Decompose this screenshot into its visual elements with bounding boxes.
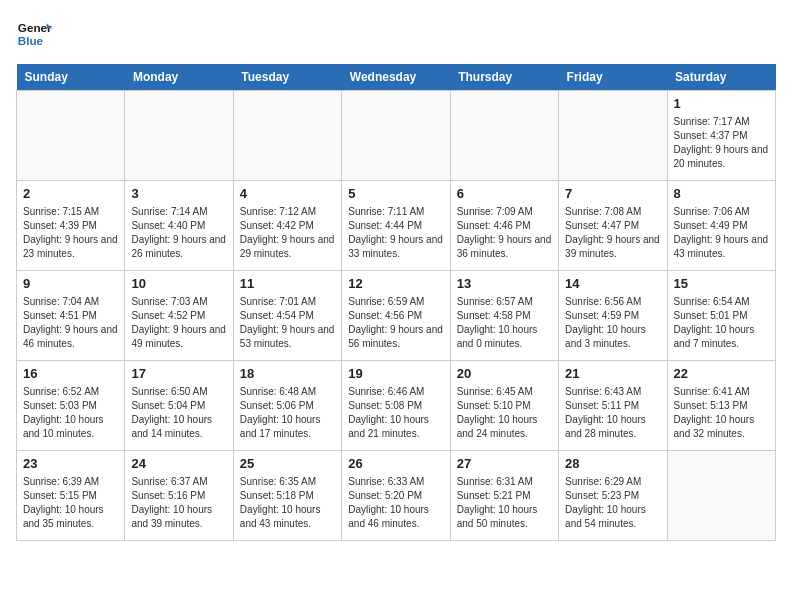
day-info: Sunrise: 6:31 AM Sunset: 5:21 PM Dayligh… xyxy=(457,475,552,531)
calendar-day-cell: 10Sunrise: 7:03 AM Sunset: 4:52 PM Dayli… xyxy=(125,271,233,361)
day-info: Sunrise: 7:03 AM Sunset: 4:52 PM Dayligh… xyxy=(131,295,226,351)
calendar-day-cell: 15Sunrise: 6:54 AM Sunset: 5:01 PM Dayli… xyxy=(667,271,775,361)
calendar-day-cell: 20Sunrise: 6:45 AM Sunset: 5:10 PM Dayli… xyxy=(450,361,558,451)
calendar-day-cell: 18Sunrise: 6:48 AM Sunset: 5:06 PM Dayli… xyxy=(233,361,341,451)
calendar-week-row: 9Sunrise: 7:04 AM Sunset: 4:51 PM Daylig… xyxy=(17,271,776,361)
day-info: Sunrise: 6:46 AM Sunset: 5:08 PM Dayligh… xyxy=(348,385,443,441)
calendar-day-cell: 7Sunrise: 7:08 AM Sunset: 4:47 PM Daylig… xyxy=(559,181,667,271)
day-info: Sunrise: 7:06 AM Sunset: 4:49 PM Dayligh… xyxy=(674,205,769,261)
day-number: 9 xyxy=(23,275,118,293)
calendar-week-row: 1Sunrise: 7:17 AM Sunset: 4:37 PM Daylig… xyxy=(17,91,776,181)
day-number: 12 xyxy=(348,275,443,293)
calendar-day-cell: 24Sunrise: 6:37 AM Sunset: 5:16 PM Dayli… xyxy=(125,451,233,541)
calendar-day-cell: 9Sunrise: 7:04 AM Sunset: 4:51 PM Daylig… xyxy=(17,271,125,361)
day-info: Sunrise: 7:17 AM Sunset: 4:37 PM Dayligh… xyxy=(674,115,769,171)
calendar-week-row: 2Sunrise: 7:15 AM Sunset: 4:39 PM Daylig… xyxy=(17,181,776,271)
calendar-day-cell: 1Sunrise: 7:17 AM Sunset: 4:37 PM Daylig… xyxy=(667,91,775,181)
day-number: 21 xyxy=(565,365,660,383)
day-info: Sunrise: 6:37 AM Sunset: 5:16 PM Dayligh… xyxy=(131,475,226,531)
calendar-day-cell: 12Sunrise: 6:59 AM Sunset: 4:56 PM Dayli… xyxy=(342,271,450,361)
day-number: 27 xyxy=(457,455,552,473)
day-number: 24 xyxy=(131,455,226,473)
svg-text:Blue: Blue xyxy=(18,34,44,47)
day-info: Sunrise: 6:50 AM Sunset: 5:04 PM Dayligh… xyxy=(131,385,226,441)
day-info: Sunrise: 7:09 AM Sunset: 4:46 PM Dayligh… xyxy=(457,205,552,261)
calendar-header: SundayMondayTuesdayWednesdayThursdayFrid… xyxy=(17,64,776,91)
day-number: 15 xyxy=(674,275,769,293)
day-info: Sunrise: 6:43 AM Sunset: 5:11 PM Dayligh… xyxy=(565,385,660,441)
day-number: 22 xyxy=(674,365,769,383)
logo: General Blue xyxy=(16,16,52,52)
day-info: Sunrise: 7:15 AM Sunset: 4:39 PM Dayligh… xyxy=(23,205,118,261)
day-number: 28 xyxy=(565,455,660,473)
day-number: 10 xyxy=(131,275,226,293)
day-number: 13 xyxy=(457,275,552,293)
day-info: Sunrise: 6:33 AM Sunset: 5:20 PM Dayligh… xyxy=(348,475,443,531)
day-number: 19 xyxy=(348,365,443,383)
calendar-day-cell xyxy=(559,91,667,181)
day-number: 2 xyxy=(23,185,118,203)
calendar-table: SundayMondayTuesdayWednesdayThursdayFrid… xyxy=(16,64,776,541)
calendar-day-cell: 27Sunrise: 6:31 AM Sunset: 5:21 PM Dayli… xyxy=(450,451,558,541)
calendar-day-cell: 28Sunrise: 6:29 AM Sunset: 5:23 PM Dayli… xyxy=(559,451,667,541)
calendar-day-cell: 23Sunrise: 6:39 AM Sunset: 5:15 PM Dayli… xyxy=(17,451,125,541)
calendar-day-cell: 16Sunrise: 6:52 AM Sunset: 5:03 PM Dayli… xyxy=(17,361,125,451)
day-number: 26 xyxy=(348,455,443,473)
day-info: Sunrise: 6:39 AM Sunset: 5:15 PM Dayligh… xyxy=(23,475,118,531)
logo-icon: General Blue xyxy=(16,16,52,52)
calendar-day-cell xyxy=(17,91,125,181)
calendar-day-cell xyxy=(450,91,558,181)
day-info: Sunrise: 6:41 AM Sunset: 5:13 PM Dayligh… xyxy=(674,385,769,441)
day-info: Sunrise: 6:54 AM Sunset: 5:01 PM Dayligh… xyxy=(674,295,769,351)
calendar-day-cell: 26Sunrise: 6:33 AM Sunset: 5:20 PM Dayli… xyxy=(342,451,450,541)
day-number: 6 xyxy=(457,185,552,203)
day-number: 11 xyxy=(240,275,335,293)
day-info: Sunrise: 6:29 AM Sunset: 5:23 PM Dayligh… xyxy=(565,475,660,531)
calendar-week-row: 23Sunrise: 6:39 AM Sunset: 5:15 PM Dayli… xyxy=(17,451,776,541)
day-info: Sunrise: 7:14 AM Sunset: 4:40 PM Dayligh… xyxy=(131,205,226,261)
calendar-day-cell xyxy=(125,91,233,181)
calendar-day-cell: 5Sunrise: 7:11 AM Sunset: 4:44 PM Daylig… xyxy=(342,181,450,271)
day-number: 23 xyxy=(23,455,118,473)
day-info: Sunrise: 7:08 AM Sunset: 4:47 PM Dayligh… xyxy=(565,205,660,261)
day-info: Sunrise: 6:56 AM Sunset: 4:59 PM Dayligh… xyxy=(565,295,660,351)
day-number: 25 xyxy=(240,455,335,473)
weekday-header: Thursday xyxy=(450,64,558,91)
calendar-day-cell: 6Sunrise: 7:09 AM Sunset: 4:46 PM Daylig… xyxy=(450,181,558,271)
calendar-day-cell: 17Sunrise: 6:50 AM Sunset: 5:04 PM Dayli… xyxy=(125,361,233,451)
page-header: General Blue xyxy=(16,16,776,52)
calendar-week-row: 16Sunrise: 6:52 AM Sunset: 5:03 PM Dayli… xyxy=(17,361,776,451)
calendar-day-cell: 4Sunrise: 7:12 AM Sunset: 4:42 PM Daylig… xyxy=(233,181,341,271)
calendar-day-cell xyxy=(342,91,450,181)
calendar-day-cell: 21Sunrise: 6:43 AM Sunset: 5:11 PM Dayli… xyxy=(559,361,667,451)
day-info: Sunrise: 7:01 AM Sunset: 4:54 PM Dayligh… xyxy=(240,295,335,351)
calendar-day-cell: 11Sunrise: 7:01 AM Sunset: 4:54 PM Dayli… xyxy=(233,271,341,361)
day-info: Sunrise: 6:35 AM Sunset: 5:18 PM Dayligh… xyxy=(240,475,335,531)
day-number: 14 xyxy=(565,275,660,293)
weekday-header: Monday xyxy=(125,64,233,91)
day-info: Sunrise: 6:57 AM Sunset: 4:58 PM Dayligh… xyxy=(457,295,552,351)
day-info: Sunrise: 7:04 AM Sunset: 4:51 PM Dayligh… xyxy=(23,295,118,351)
day-info: Sunrise: 6:52 AM Sunset: 5:03 PM Dayligh… xyxy=(23,385,118,441)
calendar-day-cell: 3Sunrise: 7:14 AM Sunset: 4:40 PM Daylig… xyxy=(125,181,233,271)
calendar-day-cell: 14Sunrise: 6:56 AM Sunset: 4:59 PM Dayli… xyxy=(559,271,667,361)
day-number: 16 xyxy=(23,365,118,383)
weekday-header: Wednesday xyxy=(342,64,450,91)
calendar-day-cell: 22Sunrise: 6:41 AM Sunset: 5:13 PM Dayli… xyxy=(667,361,775,451)
weekday-header: Friday xyxy=(559,64,667,91)
calendar-day-cell xyxy=(667,451,775,541)
weekday-header: Saturday xyxy=(667,64,775,91)
calendar-day-cell: 19Sunrise: 6:46 AM Sunset: 5:08 PM Dayli… xyxy=(342,361,450,451)
day-info: Sunrise: 7:12 AM Sunset: 4:42 PM Dayligh… xyxy=(240,205,335,261)
day-number: 5 xyxy=(348,185,443,203)
calendar-day-cell: 25Sunrise: 6:35 AM Sunset: 5:18 PM Dayli… xyxy=(233,451,341,541)
day-info: Sunrise: 6:59 AM Sunset: 4:56 PM Dayligh… xyxy=(348,295,443,351)
calendar-day-cell: 13Sunrise: 6:57 AM Sunset: 4:58 PM Dayli… xyxy=(450,271,558,361)
day-info: Sunrise: 7:11 AM Sunset: 4:44 PM Dayligh… xyxy=(348,205,443,261)
day-number: 3 xyxy=(131,185,226,203)
day-number: 1 xyxy=(674,95,769,113)
day-info: Sunrise: 6:48 AM Sunset: 5:06 PM Dayligh… xyxy=(240,385,335,441)
day-number: 8 xyxy=(674,185,769,203)
day-number: 4 xyxy=(240,185,335,203)
day-number: 18 xyxy=(240,365,335,383)
